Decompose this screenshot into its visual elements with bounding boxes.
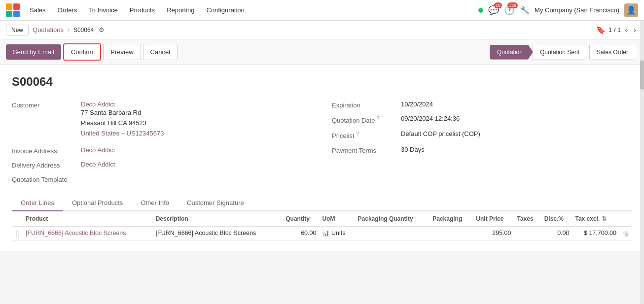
breadcrumb-separator: › [68,27,70,34]
invoice-address-link[interactable]: Deco Addict [81,146,115,154]
delivery-address-value: Deco Addict [81,161,115,168]
table-body: ⣿ [FURN_6666] Acoustic Bloc Screens [FUR… [12,227,632,241]
tab-other-info[interactable]: Other Info [132,195,178,211]
order-table: Product Description Quantity UoM Packagi… [12,211,632,241]
th-taxes: Taxes [514,211,541,227]
quantity-cell[interactable]: 60.00 [283,227,319,241]
cancel-button[interactable]: Cancel [143,44,178,60]
th-unit-price: Unit Price [473,211,514,227]
svg-rect-0 [6,3,12,10]
pricelist-value: Default COP pricelist (COP) [401,130,480,137]
online-status-dot [478,8,483,13]
tab-order-lines[interactable]: Order Lines [12,195,63,211]
activities-icon[interactable]: 🕐 139 [504,5,515,16]
th-delete [619,211,632,227]
expiration-value: 10/20/2024 [401,101,433,108]
pricelist-text: Default COP pricelist (COP) [401,130,480,137]
status-sales-order[interactable]: Sales Order [589,45,639,60]
pricelist-label: Pricelist ? [332,130,401,139]
breadcrumb-quotations[interactable]: Quotations [33,26,64,34]
settings-gear-icon[interactable]: ⚙ [99,26,105,34]
th-product: Product [23,211,153,227]
next-record-button[interactable]: › [632,25,638,35]
nav-configuration[interactable]: Configuration [202,3,250,17]
settings-icon[interactable]: 🔧 [520,5,530,15]
nav-orders[interactable]: Orders [53,3,82,17]
customer-field-row: Customer Deco Addict 77 Santa Barbara Rd… [12,99,312,140]
uom-cell: 📊 Units [319,227,355,241]
nav-reporting[interactable]: Reporting [162,3,199,17]
app-logo[interactable] [6,3,20,17]
uom-text[interactable]: Units [331,230,345,236]
nav-products[interactable]: Products [125,3,160,17]
taxes-cell[interactable] [514,227,541,241]
invoice-address-value: Deco Addict [81,146,115,154]
pagination-count: 1 / 1 [608,26,621,34]
preview-button[interactable]: Preview [103,44,141,60]
nav-sales[interactable]: Sales [25,3,51,17]
sort-icon[interactable]: ⇅ [602,215,607,222]
disc-cell[interactable]: 0.00 [541,227,572,241]
nav-right: 💬 10 🕐 139 🔧 My Company (San Francisco) … [478,3,638,17]
send-by-email-button[interactable]: Send by Email [6,44,61,60]
breadcrumb-right: 🔖 1 / 1 ‹ › [596,25,638,35]
form-right: Expiration 10/20/2024 Quotation Date ? 0… [332,99,632,185]
form-grid: Customer Deco Addict 77 Santa Barbara Rd… [12,99,632,185]
new-button[interactable]: New [6,25,29,35]
action-bar: Send by Email Confirm Preview Cancel Quo… [0,39,644,65]
product-description: [FURN_6666] Acoustic Bloc Screens [153,227,283,241]
status-quotation[interactable]: Quotation [490,45,533,60]
invoice-address-label: Invoice Address [12,146,81,155]
payment-terms-label: Payment Terms [332,146,401,154]
top-nav: Sales Orders To Invoice Products Reporti… [0,0,644,21]
breadcrumb-current: S00064 [73,27,94,34]
quotation-date-label: Quotation Date ? [332,115,401,124]
customer-addr3[interactable]: United States – US12345673 [81,129,164,139]
status-pipeline: Quotation Quotation Sent Sales Order [490,45,638,60]
notifications-icon[interactable]: 💬 10 [488,5,499,16]
customer-addr2: Pleasant Hill CA 94523 [81,119,146,127]
document-title: S00064 [12,75,632,89]
table-row: ⣿ [FURN_6666] Acoustic Bloc Screens [FUR… [12,227,632,241]
invoice-address-field-row: Invoice Address Deco Addict [12,144,312,157]
delete-row-icon[interactable]: 🗑 [622,230,629,237]
delivery-address-link[interactable]: Deco Addict [81,161,115,168]
status-quotation-sent[interactable]: Quotation Sent [533,45,590,60]
company-name[interactable]: My Company (San Francisco) [535,6,619,14]
nav-to-invoice[interactable]: To Invoice [84,3,123,17]
packaging-qty-cell[interactable] [355,227,430,241]
svg-rect-1 [13,3,20,10]
scrollbar[interactable] [640,21,644,304]
bookmark-icon[interactable]: 🔖 [596,25,606,34]
quotation-date-help-icon[interactable]: ? [377,116,380,121]
quotation-date-text: 09/20/2024 12:24:36 [401,115,460,122]
pricelist-help-icon[interactable]: ? [356,131,359,136]
user-avatar[interactable]: 👤 [624,3,638,17]
payment-terms-value: 30 Days [401,146,425,153]
packaging-cell[interactable] [429,227,473,241]
form-left: Customer Deco Addict 77 Santa Barbara Rd… [12,99,312,185]
confirm-button[interactable]: Confirm [63,43,102,61]
th-quantity: Quantity [283,211,319,227]
expiration-field-row: Expiration 10/20/2024 [332,99,632,111]
table-header: Product Description Quantity UoM Packagi… [12,211,632,227]
th-description: Description [153,211,283,227]
unit-price-cell[interactable]: 295.00 [473,227,514,241]
product-name-link[interactable]: [FURN_6666] Acoustic Bloc Screens [26,230,126,236]
th-disc: Disc.% [541,211,572,227]
scrollbar-thumb[interactable] [640,60,644,90]
customer-label: Customer [12,101,81,109]
payment-terms-text: 30 Days [401,146,425,153]
drag-handle-icon[interactable]: ⣿ [15,230,20,237]
tab-customer-signature[interactable]: Customer Signature [178,195,253,211]
svg-rect-3 [13,11,20,17]
delivery-address-field-row: Delivery Address Deco Addict [12,159,312,171]
customer-name-link[interactable]: Deco Addict [81,101,115,108]
prev-record-button[interactable]: ‹ [623,25,629,35]
th-packaging: Packaging [429,211,473,227]
tabs-bar: Order Lines Optional Products Other Info… [12,195,632,211]
tax-excl-cell: $ 17,700.00 [572,227,619,241]
page-wrapper: Sales Orders To Invoice Products Reporti… [0,0,644,304]
th-packaging-qty: Packaging Quantity [355,211,430,227]
tab-optional-products[interactable]: Optional Products [63,195,132,211]
